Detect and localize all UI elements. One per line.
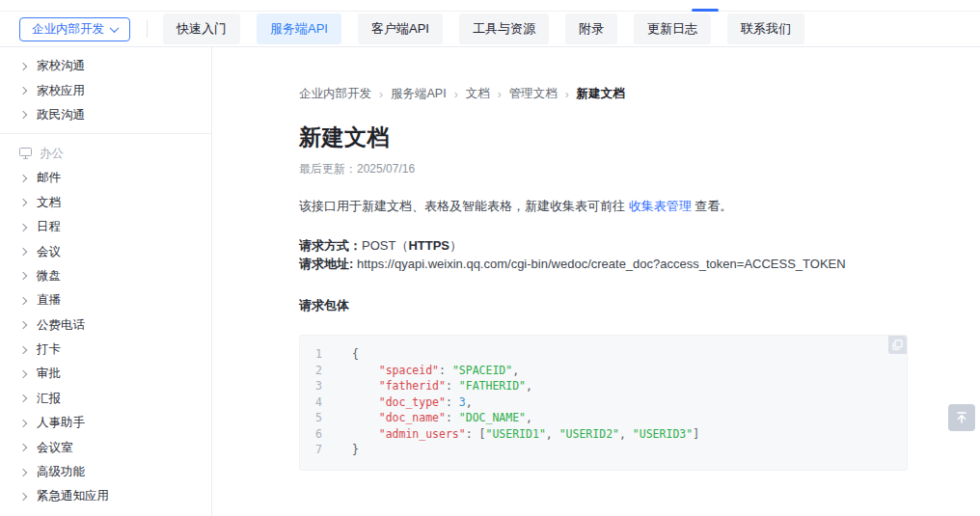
code-text: "fatherid": "FATHERID",	[352, 378, 532, 394]
request-url-value: https://qyapi.weixin.qq.com/cgi-bin/wedo…	[353, 257, 845, 271]
breadcrumb-link[interactable]: 企业内部开发	[299, 86, 371, 102]
sidebar-top-items: 家校沟通家校应用政民沟通	[0, 54, 211, 127]
sidebar-item-label: 日程	[37, 219, 61, 235]
sidebar-item[interactable]: 人事助手	[0, 411, 211, 435]
sidebar-item-label: 紧急通知应用	[37, 488, 109, 504]
request-url-line: 请求地址: https://qyapi.weixin.qq.com/cgi-bi…	[299, 255, 908, 273]
chevron-right-icon	[19, 223, 27, 231]
monitor-icon	[19, 148, 32, 159]
breadcrumb-link[interactable]: 管理文档	[509, 86, 558, 102]
breadcrumb-current: 新建文档	[577, 86, 625, 102]
dev-type-dropdown[interactable]: 企业内部开发	[19, 17, 130, 41]
sidebar-item[interactable]: 日程	[0, 215, 211, 239]
sidebar-divider	[0, 133, 211, 134]
code-text: "spaceid": "SPACEID",	[352, 363, 519, 379]
chevron-right-icon	[19, 444, 27, 451]
breadcrumb-link[interactable]: 服务端API	[391, 86, 447, 102]
code-line: 2 "spaceid": "SPACEID",	[315, 363, 891, 379]
chevron-right-icon	[19, 62, 27, 69]
request-method-label: 请求方式：	[299, 238, 362, 253]
copy-icon	[892, 339, 903, 350]
arrow-up-to-line-icon	[955, 411, 968, 424]
intro-text: 该接口用于新建文档、表格及智能表格，新建收集表可前往	[299, 199, 629, 213]
code-text: "admin_users": ["USERID1", "USERID2", "U…	[352, 426, 699, 443]
sidebar-item-label: 打卡	[37, 341, 61, 358]
nav-divider	[147, 20, 148, 38]
line-number: 6	[315, 426, 329, 443]
nav-tabs: 快速入门服务端API客户端API工具与资源附录更新日志联系我们	[163, 14, 804, 44]
sidebar-item[interactable]: 会议室	[0, 435, 211, 459]
sidebar-items: 邮件文档日程会议微盘直播公费电话打卡审批汇报人事助手会议室高级功能紧急通知应用	[0, 166, 211, 508]
last-updated: 最后更新：2025/07/16	[299, 161, 908, 177]
sidebar-item[interactable]: 汇报	[0, 387, 211, 411]
nav-tab-4[interactable]: 附录	[565, 14, 617, 44]
sidebar-item[interactable]: 家校应用	[0, 78, 211, 102]
top-header-strip	[0, 0, 980, 12]
last-updated-date: 2025/07/16	[357, 162, 415, 176]
sidebar-item-label: 家校应用	[37, 83, 85, 99]
line-number: 4	[315, 394, 329, 411]
breadcrumb-link[interactable]: 文档	[466, 86, 490, 102]
sidebar-item-label: 文档	[37, 195, 61, 211]
line-number: 5	[315, 410, 329, 426]
sidebar-item[interactable]: 会议	[0, 239, 211, 263]
request-method-line: 请求方式：POST（HTTPS）	[299, 236, 908, 255]
nav-tab-0[interactable]: 快速入门	[163, 14, 240, 44]
nav-tab-3[interactable]: 工具与资源	[459, 14, 549, 44]
sidebar-item-label: 审批	[37, 366, 61, 382]
sidebar-item[interactable]: 高级功能	[0, 460, 211, 484]
sidebar-section-label: 办公	[40, 146, 64, 162]
chevron-right-icon	[19, 394, 27, 402]
nav-tab-6[interactable]: 联系我们	[727, 14, 804, 44]
sidebar-item[interactable]: 文档	[0, 191, 211, 215]
request-url-label: 请求地址:	[299, 257, 353, 271]
copy-button[interactable]	[888, 336, 907, 354]
chevron-down-icon	[110, 23, 120, 33]
sidebar: 家校沟通家校应用政民沟通 办公 邮件文档日程会议微盘直播公费电话打卡审批汇报人事…	[0, 47, 212, 516]
sidebar-item-label: 政民沟通	[37, 107, 85, 123]
nav-tab-1[interactable]: 服务端API	[257, 14, 341, 44]
request-info: 请求方式：POST（HTTPS） 请求地址: https://qyapi.wei…	[299, 236, 908, 273]
sidebar-item-label: 汇报	[37, 391, 61, 407]
sidebar-item[interactable]: 家校沟通	[0, 54, 211, 78]
line-number: 7	[315, 442, 329, 458]
page: 企业内部开发 快速入门服务端API客户端API工具与资源附录更新日志联系我们 家…	[0, 0, 980, 516]
sidebar-item-label: 会议	[37, 244, 61, 260]
chevron-right-icon	[19, 345, 27, 353]
sidebar-item[interactable]: 微盘	[0, 264, 211, 288]
request-method-value: POST（	[362, 238, 408, 253]
breadcrumb-separator: ›	[454, 88, 458, 101]
code-line: 1{	[315, 346, 891, 363]
sidebar-item-label: 直播	[37, 292, 61, 309]
sidebar-item[interactable]: 政民沟通	[0, 103, 211, 127]
sidebar-item[interactable]: 直播	[0, 288, 211, 312]
sidebar-item-label: 家校沟通	[37, 58, 85, 74]
active-tab-indicator	[692, 9, 719, 12]
code-line: 3 "fatherid": "FATHERID",	[315, 378, 891, 394]
sidebar-item[interactable]: 审批	[0, 362, 211, 386]
sidebar-item[interactable]: 紧急通知应用	[0, 484, 211, 508]
nav-tab-5[interactable]: 更新日志	[634, 14, 711, 44]
last-updated-label: 最后更新：	[299, 162, 357, 176]
chevron-right-icon	[19, 370, 27, 378]
nav-tab-2[interactable]: 客户端API	[358, 14, 443, 44]
chevron-right-icon	[19, 297, 27, 305]
code-text: "doc_name": "DOC_NAME",	[352, 410, 532, 426]
intro-text-after: 查看。	[692, 199, 733, 213]
chevron-right-icon	[19, 468, 27, 475]
request-method-protocol: HTTPS	[408, 238, 449, 253]
sidebar-item[interactable]: 公费电话	[0, 313, 211, 338]
chevron-right-icon	[19, 175, 27, 182]
line-number: 1	[315, 346, 329, 363]
sidebar-item[interactable]: 邮件	[0, 166, 211, 190]
sidebar-item[interactable]: 打卡	[0, 338, 211, 362]
chevron-right-icon	[19, 199, 27, 206]
back-to-top-button[interactable]	[948, 404, 975, 431]
breadcrumb-separator: ›	[498, 88, 502, 101]
breadcrumb: 企业内部开发›服务端API›文档›管理文档›新建文档	[299, 86, 908, 102]
main-content: 企业内部开发›服务端API›文档›管理文档›新建文档 新建文档 最后更新：202…	[212, 47, 980, 516]
collect-form-link[interactable]: 收集表管理	[629, 199, 692, 213]
chevron-right-icon	[19, 272, 27, 280]
line-number: 3	[315, 378, 329, 394]
code-lines: 1{2 "spaceid": "SPACEID",3 "fatherid": "…	[315, 346, 891, 458]
